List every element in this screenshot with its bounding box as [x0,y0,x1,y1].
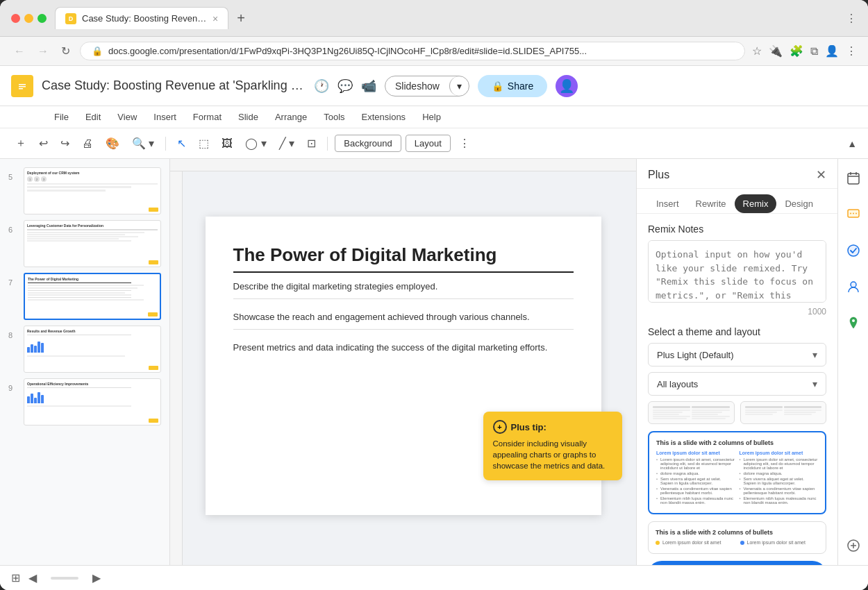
more-icon[interactable]: ⋮ [846,44,857,58]
extension2-icon[interactable]: 🧩 [790,44,803,58]
slide-section-text-3[interactable]: Present metrics and data indicating the … [233,342,574,353]
second-layout-row: Lorem ipsum dolor sit amet Lorem ipsum d… [656,540,819,546]
slide-section-text-1[interactable]: Describe the digital marketing strategie… [233,281,574,292]
layout-button[interactable]: Layout [406,135,451,152]
browser-menu-icon[interactable]: ⋮ [846,12,857,25]
tab-close-button[interactable]: × [212,13,218,24]
slide-title[interactable]: The Power of Digital Marketing [233,244,574,273]
menu-format[interactable]: Format [186,109,228,125]
slide-thumb-5[interactable]: 5 Deployment of our CRM system 1 2 3 [0,165,169,217]
text-tool[interactable]: ⊡ [303,134,320,153]
select-tool[interactable]: ⬚ [194,134,213,153]
maximize-traffic-light[interactable] [37,14,47,23]
slideshow-button[interactable]: Slideshow [385,76,449,96]
add-button[interactable]: ＋ [11,133,31,153]
char-count: 1000 [648,307,826,317]
slide-preview-9[interactable]: Operational Efficiency Improvements [24,378,161,425]
featured-layout-card[interactable]: This is a slide with 2 columns of bullet… [648,431,826,514]
sidebar-person-icon[interactable] [841,274,866,299]
background-button[interactable]: Background [335,135,401,152]
slide-section-text-2[interactable]: Showcase the reach and engagement achiev… [233,312,574,322]
redo-button[interactable]: ↪ [56,134,74,153]
tab-remix[interactable]: Remix [735,194,777,213]
menu-extensions[interactable]: Extensions [355,109,413,125]
menu-insert[interactable]: Insert [147,109,183,125]
menu-file[interactable]: File [47,109,76,125]
layout-dropdown[interactable]: All layouts ▾ [648,372,826,396]
remix-notes-label: Remix Notes [648,224,826,235]
slide-preview-8[interactable]: Results and Revenue Growth [24,326,161,373]
tab-rewrite[interactable]: Rewrite [687,194,735,213]
history-icon[interactable]: 🕐 [314,78,329,94]
new-tab-button[interactable]: + [237,10,245,26]
menu-arrange[interactable]: Arrange [268,109,314,125]
undo-button[interactable]: ↩ [35,134,52,153]
close-traffic-light[interactable] [11,14,20,23]
back-button[interactable]: ← [11,42,28,60]
more-tools-button[interactable]: ⋮ [455,134,474,153]
menu-slide[interactable]: Slide [231,109,265,125]
meet-icon[interactable]: 📹 [361,78,376,94]
active-tab[interactable]: D Case Study: Boosting Revenue × [55,7,228,29]
slide-preview-6[interactable]: Leveraging Customer Data for Personaliza… [24,220,161,267]
minimize-traffic-light[interactable] [24,14,33,23]
profile-icon[interactable]: 👤 [825,44,839,58]
paint-button[interactable]: 🎨 [101,134,124,153]
menu-help[interactable]: Help [415,109,448,125]
zoom-button[interactable]: 🔍 ▾ [128,134,158,153]
second-col2: Lorem ipsum dolor sit amet [740,540,819,546]
menu-edit[interactable]: Edit [78,109,108,125]
prev-slide-icon[interactable]: ◀ [28,571,37,584]
remix-notes-textarea[interactable] [648,240,826,303]
plus-tip-header: + Plus tip: [493,420,612,434]
layout-dropdown-value: All layouts [657,379,698,389]
slideshow-button-group[interactable]: Slideshow ▾ [385,76,469,96]
shape-tool[interactable]: ◯ ▾ [241,134,270,153]
slide-thumb-9[interactable]: 9 Operational Efficiency Improvements [0,376,169,428]
slide-thumb-7[interactable]: 7 The Power of Digital Marketing [0,270,169,323]
next-slide-icon[interactable]: ▶ [92,571,101,584]
sidebar-chat-icon[interactable] [841,202,866,227]
collapse-toolbar-button[interactable]: ▲ [847,138,857,149]
bookmark-icon[interactable]: ☆ [752,44,762,58]
menu-view[interactable]: View [110,109,144,125]
window-icon[interactable]: ⧉ [810,45,818,58]
col1-item3: Sem viverra aliquet eget at velet. Sapie… [656,477,735,485]
slide-canvas[interactable]: The Power of Digital Marketing Describe … [206,217,601,515]
forward-button[interactable]: → [35,42,51,60]
layout-card-1[interactable] [648,401,735,424]
theme-label: Select a theme and layout [648,326,826,337]
right-sidebar [837,159,868,565]
user-avatar[interactable]: 👤 [556,75,578,97]
sidebar-calendar-icon[interactable] [841,166,866,191]
extension-icon[interactable]: 🔌 [769,44,783,58]
col1-item2: dolore magna aliqua. [656,471,735,475]
slide-thumb-6[interactable]: 6 Leveraging Customer Data for Personali… [0,217,169,270]
grid-view-icon[interactable]: ⊞ [11,571,20,584]
second-layout-card[interactable]: This is a slide with 2 columns of bullet… [648,521,826,554]
line-tool[interactable]: ╱ ▾ [275,134,299,153]
theme-dropdown[interactable]: Plus Light (Default) ▾ [648,343,826,366]
tab-insert[interactable]: Insert [648,194,687,213]
menu-tools[interactable]: Tools [317,109,351,125]
slide-thumb-8[interactable]: 8 Results and Revenue Growth [0,323,169,376]
slide-preview-7[interactable]: The Power of Digital Marketing [24,273,161,320]
page-scroll-indicator[interactable] [51,577,78,580]
sidebar-check-icon[interactable] [841,238,866,263]
image-tool[interactable]: 🖼 [217,135,237,153]
browser-titlebar: D Case Study: Boosting Revenue × + ⋮ [0,0,868,37]
slide-preview-5[interactable]: Deployment of our CRM system 1 2 3 [24,167,161,214]
address-bar[interactable]: 🔒 docs.google.com/presentation/d/1FwPd9x… [80,42,745,60]
panel-close-button[interactable]: ✕ [816,167,826,183]
cursor-tool[interactable]: ↖ [173,134,190,153]
share-button[interactable]: 🔒 Share [478,75,547,97]
print-button[interactable]: 🖨 [78,135,97,153]
comment-icon[interactable]: 💬 [337,78,353,94]
sidebar-maps-icon[interactable] [841,310,866,335]
col2-item5: Elementum nibh lupus malesuada nunc non … [740,496,819,505]
tab-design[interactable]: Design [776,194,821,213]
layout-card-2[interactable] [740,401,827,424]
reload-button[interactable]: ↻ [58,42,73,60]
slideshow-dropdown-button[interactable]: ▾ [449,76,469,96]
sidebar-add-icon[interactable] [841,533,866,558]
